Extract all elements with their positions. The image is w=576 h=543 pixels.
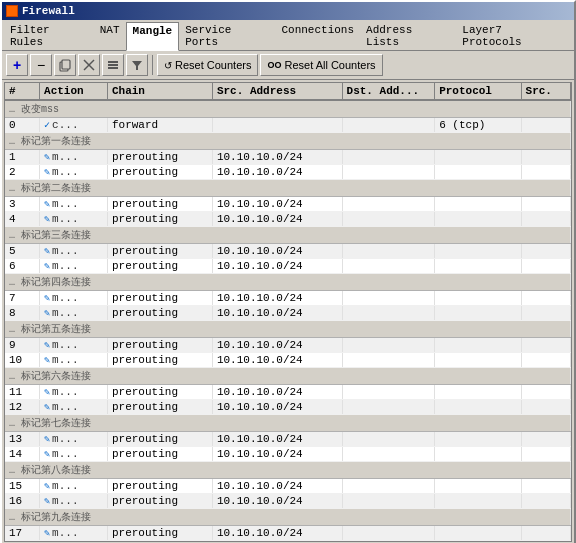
row-chain: prerouting bbox=[107, 447, 212, 462]
row-src-port bbox=[521, 526, 570, 541]
row-protocol bbox=[435, 150, 521, 165]
table-row[interactable]: 0✓ c...forward6 (tcp) bbox=[5, 118, 571, 133]
remove-button[interactable]: − bbox=[30, 54, 52, 76]
col-protocol: Protocol bbox=[435, 83, 521, 100]
table-row[interactable]: 9✎ m...prerouting10.10.10.0/24 bbox=[5, 338, 571, 353]
row-protocol bbox=[435, 197, 521, 212]
col-dst-addr: Dst. Add... bbox=[342, 83, 435, 100]
row-chain: prerouting bbox=[107, 385, 212, 400]
row-num: 16 bbox=[5, 494, 40, 509]
row-chain: prerouting bbox=[107, 259, 212, 274]
row-src-addr: 10.10.10.0/24 bbox=[212, 244, 342, 259]
row-protocol bbox=[435, 165, 521, 180]
row-num: 6 bbox=[5, 259, 40, 274]
row-src-port bbox=[521, 212, 570, 227]
row-src-addr: 10.10.10.0/24 bbox=[212, 494, 342, 509]
table-row[interactable]: 5✎ m...prerouting10.10.10.0/24 bbox=[5, 244, 571, 259]
row-src-port bbox=[521, 338, 570, 353]
row-num: 0 bbox=[5, 118, 40, 133]
row-action: ✎ m... bbox=[40, 212, 108, 227]
row-dst-addr bbox=[342, 118, 435, 133]
menu-connections[interactable]: Connections bbox=[275, 22, 360, 50]
row-src-port bbox=[521, 165, 570, 180]
table-row-separator: … 标记第三条连接 bbox=[5, 227, 571, 244]
row-src-addr: 10.10.10.0/24 bbox=[212, 212, 342, 227]
row-src-addr: 10.10.10.0/24 bbox=[212, 479, 342, 494]
row-dst-addr bbox=[342, 165, 435, 180]
table-row[interactable]: 7✎ m...prerouting10.10.10.0/24 bbox=[5, 291, 571, 306]
window-icon bbox=[6, 5, 18, 17]
reset-all-counters-button[interactable]: OO Reset All Counters bbox=[260, 54, 382, 76]
row-src-port bbox=[521, 150, 570, 165]
row-action: ✎ m... bbox=[40, 306, 108, 321]
table-row[interactable]: 4✎ m...prerouting10.10.10.0/24 bbox=[5, 212, 571, 227]
row-dst-addr bbox=[342, 212, 435, 227]
row-chain: prerouting bbox=[107, 526, 212, 541]
table-row-separator: … 标记第二条连接 bbox=[5, 180, 571, 197]
add-button[interactable]: + bbox=[6, 54, 28, 76]
toolbar: + − ↺ bbox=[2, 51, 574, 80]
row-src-port bbox=[521, 306, 570, 321]
table-row[interactable]: 10✎ m...prerouting10.10.10.0/24 bbox=[5, 353, 571, 368]
row-protocol bbox=[435, 526, 521, 541]
copy-button[interactable] bbox=[54, 54, 76, 76]
disable-button[interactable] bbox=[78, 54, 100, 76]
table-row[interactable]: 8✎ m...prerouting10.10.10.0/24 bbox=[5, 306, 571, 321]
reset-counters-label: Reset Counters bbox=[175, 59, 251, 71]
table-row[interactable]: 11✎ m...prerouting10.10.10.0/24 bbox=[5, 385, 571, 400]
row-action: ✎ m... bbox=[40, 244, 108, 259]
toolbar-separator bbox=[152, 55, 153, 75]
table-row[interactable]: 18✎ m...prerouting10.10.10.0/24 bbox=[5, 541, 571, 543]
table-row-separator: … 改变mss bbox=[5, 100, 571, 118]
row-action: ✎ m... bbox=[40, 150, 108, 165]
row-src-addr: 10.10.10.0/24 bbox=[212, 353, 342, 368]
move-button[interactable] bbox=[102, 54, 124, 76]
row-chain: prerouting bbox=[107, 212, 212, 227]
menu-mangle[interactable]: Mangle bbox=[126, 22, 180, 51]
row-action: ✎ m... bbox=[40, 541, 108, 543]
menu-address-lists[interactable]: Address Lists bbox=[360, 22, 456, 50]
menu-nat[interactable]: NAT bbox=[94, 22, 126, 50]
row-num: 9 bbox=[5, 338, 40, 353]
reset-counters-button[interactable]: ↺ Reset Counters bbox=[157, 54, 258, 76]
filter-button[interactable] bbox=[126, 54, 148, 76]
table-row[interactable]: 14✎ m...prerouting10.10.10.0/24 bbox=[5, 447, 571, 462]
row-protocol: 6 (tcp) bbox=[435, 118, 521, 133]
row-protocol bbox=[435, 306, 521, 321]
row-dst-addr bbox=[342, 259, 435, 274]
table-row[interactable]: 13✎ m...prerouting10.10.10.0/24 bbox=[5, 432, 571, 447]
row-chain: prerouting bbox=[107, 494, 212, 509]
table-row[interactable]: 15✎ m...prerouting10.10.10.0/24 bbox=[5, 479, 571, 494]
table-row-separator: … 标记第六条连接 bbox=[5, 368, 571, 385]
table-row[interactable]: 2✎ m...prerouting10.10.10.0/24 bbox=[5, 165, 571, 180]
row-protocol bbox=[435, 259, 521, 274]
row-src-addr: 10.10.10.0/24 bbox=[212, 165, 342, 180]
copy-icon bbox=[58, 58, 72, 72]
row-src-addr bbox=[212, 118, 342, 133]
row-num: 2 bbox=[5, 165, 40, 180]
col-action: Action bbox=[40, 83, 108, 100]
table-row[interactable]: 12✎ m...prerouting10.10.10.0/24 bbox=[5, 400, 571, 415]
col-chain: Chain bbox=[107, 83, 212, 100]
row-dst-addr bbox=[342, 447, 435, 462]
table-row[interactable]: 6✎ m...prerouting10.10.10.0/24 bbox=[5, 259, 571, 274]
menu-filter-rules[interactable]: Filter Rules bbox=[4, 22, 94, 50]
rules-table-container[interactable]: # Action Chain Src. Address Dst. Add... … bbox=[4, 82, 572, 542]
table-row[interactable]: 3✎ m...prerouting10.10.10.0/24 bbox=[5, 197, 571, 212]
table-row[interactable]: 1✎ m...prerouting10.10.10.0/24 bbox=[5, 150, 571, 165]
row-action: ✎ m... bbox=[40, 165, 108, 180]
row-dst-addr bbox=[342, 353, 435, 368]
row-src-addr: 10.10.10.0/24 bbox=[212, 197, 342, 212]
table-row[interactable]: 16✎ m...prerouting10.10.10.0/24 bbox=[5, 494, 571, 509]
row-action: ✎ m... bbox=[40, 353, 108, 368]
row-dst-addr bbox=[342, 526, 435, 541]
row-protocol bbox=[435, 400, 521, 415]
menu-service-ports[interactable]: Service Ports bbox=[179, 22, 275, 50]
row-num: 8 bbox=[5, 306, 40, 321]
row-action: ✓ c... bbox=[40, 118, 108, 133]
table-row[interactable]: 17✎ m...prerouting10.10.10.0/24 bbox=[5, 526, 571, 541]
menu-layer7[interactable]: Layer7 Protocols bbox=[456, 22, 572, 50]
table-row-separator: … 标记第一条连接 bbox=[5, 133, 571, 150]
row-action: ✎ m... bbox=[40, 385, 108, 400]
col-src-addr: Src. Address bbox=[212, 83, 342, 100]
